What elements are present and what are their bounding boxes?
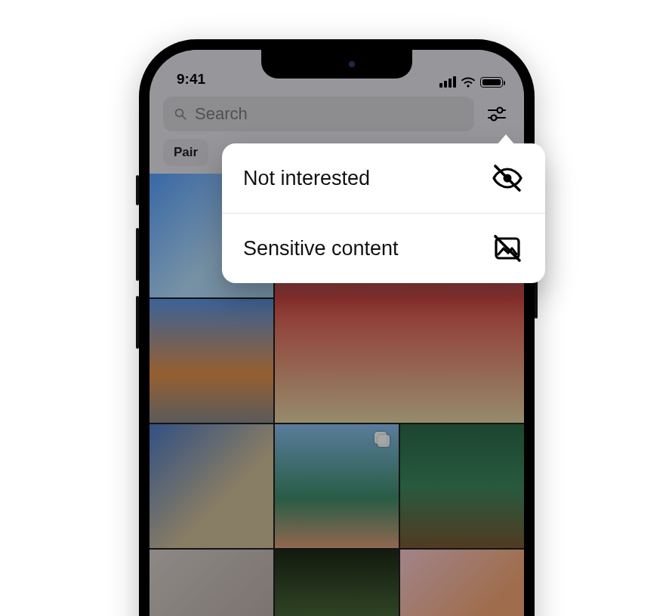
status-icons <box>439 76 503 88</box>
search-icon <box>174 107 187 121</box>
grid-tile[interactable] <box>150 299 273 423</box>
toolbar: Search <box>150 92 524 139</box>
wifi-icon <box>461 76 476 88</box>
menu-item-not-interested[interactable]: Not interested <box>222 143 545 213</box>
svg-point-5 <box>492 116 497 121</box>
filter-button[interactable] <box>483 100 510 128</box>
notch <box>261 50 412 79</box>
grid-tile[interactable] <box>150 424 273 548</box>
eye-off-icon <box>491 162 524 195</box>
screen: 9:41 Search <box>150 50 524 616</box>
context-menu: Not interested Sensitive content <box>222 143 545 283</box>
phone-frame: 9:41 Search <box>139 39 535 616</box>
image-off-icon <box>491 232 524 265</box>
status-time: 9:41 <box>177 71 205 88</box>
cellular-signal-icon <box>439 76 456 88</box>
menu-item-label: Sensitive content <box>243 237 399 260</box>
battery-icon <box>480 77 503 88</box>
sliders-icon <box>486 103 507 125</box>
search-placeholder: Search <box>195 104 248 124</box>
svg-line-1 <box>182 116 186 119</box>
filter-chip[interactable]: Pair <box>163 139 208 166</box>
side-button <box>136 296 139 349</box>
grid-tile[interactable] <box>275 550 399 616</box>
chip-label: Pair <box>174 145 198 159</box>
menu-item-sensitive-content[interactable]: Sensitive content <box>222 213 545 283</box>
svg-line-9 <box>495 236 519 260</box>
grid-tile[interactable] <box>400 550 524 616</box>
grid-tile[interactable] <box>400 424 524 548</box>
multi-image-icon <box>375 432 391 448</box>
menu-item-label: Not interested <box>243 167 370 190</box>
side-button <box>136 228 139 281</box>
search-input[interactable]: Search <box>163 97 474 131</box>
grid-tile[interactable] <box>150 550 273 616</box>
svg-point-3 <box>498 108 503 113</box>
side-button <box>136 175 139 205</box>
grid-tile[interactable] <box>275 424 399 548</box>
